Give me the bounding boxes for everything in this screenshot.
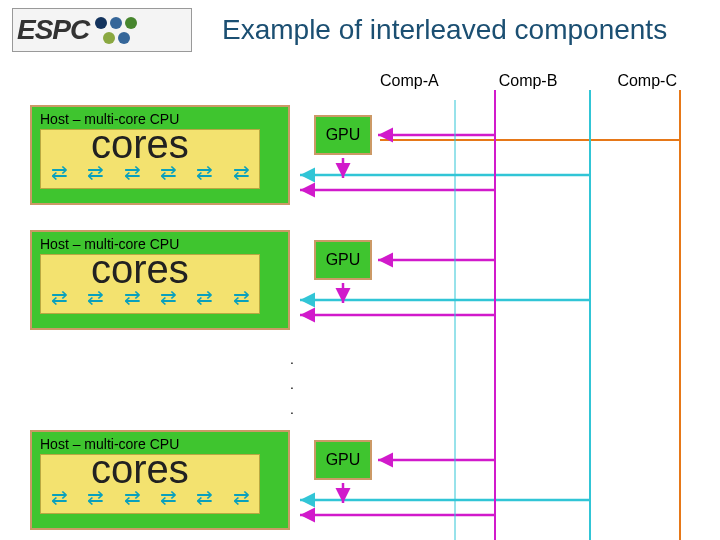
gpu-label: GPU — [326, 126, 361, 144]
gpu-box-3: GPU — [314, 440, 372, 480]
header: ESPC Example of interleaved components — [0, 0, 720, 56]
host-block-2: Host – multi-core CPU cores ⇄ ⇄ ⇄ ⇄ ⇄ ⇄ — [30, 230, 290, 330]
core-arrow-icon: ⇄ — [233, 485, 249, 509]
cores-box: cores ⇄ ⇄ ⇄ ⇄ ⇄ ⇄ — [40, 454, 260, 514]
core-arrow-icon: ⇄ — [51, 285, 67, 309]
gpu-box-1: GPU — [314, 115, 372, 155]
legend: Comp-A Comp-B Comp-C — [380, 72, 677, 90]
core-arrow-icon: ⇄ — [196, 485, 212, 509]
logo-text: ESPC — [17, 14, 89, 46]
cores-label: cores — [91, 122, 189, 167]
cores-box: cores ⇄ ⇄ ⇄ ⇄ ⇄ ⇄ — [40, 129, 260, 189]
legend-comp-c: Comp-C — [617, 72, 677, 90]
core-arrow-icon: ⇄ — [196, 160, 212, 184]
legend-comp-a: Comp-A — [380, 72, 439, 90]
core-arrow-icon: ⇄ — [233, 160, 249, 184]
legend-comp-b: Comp-B — [499, 72, 558, 90]
core-arrow-icon: ⇄ — [196, 285, 212, 309]
espc-logo: ESPC — [12, 8, 192, 52]
ellipsis-dot: . — [290, 375, 294, 393]
ellipsis-dot: . — [290, 350, 294, 368]
cores-box: cores ⇄ ⇄ ⇄ ⇄ ⇄ ⇄ — [40, 254, 260, 314]
core-arrow-icon: ⇄ — [233, 285, 249, 309]
core-arrow-icon: ⇄ — [51, 485, 67, 509]
host-block-1: Host – multi-core CPU cores ⇄ ⇄ ⇄ ⇄ ⇄ ⇄ — [30, 105, 290, 205]
core-arrow-icon: ⇄ — [51, 160, 67, 184]
gpu-label: GPU — [326, 251, 361, 269]
page-title: Example of interleaved components — [222, 14, 667, 46]
gpu-label: GPU — [326, 451, 361, 469]
ellipsis-dot: . — [290, 400, 294, 418]
host-block-3: Host – multi-core CPU cores ⇄ ⇄ ⇄ ⇄ ⇄ ⇄ — [30, 430, 290, 530]
cores-label: cores — [91, 247, 189, 292]
logo-badges — [95, 17, 137, 44]
gpu-box-2: GPU — [314, 240, 372, 280]
cores-label: cores — [91, 447, 189, 492]
